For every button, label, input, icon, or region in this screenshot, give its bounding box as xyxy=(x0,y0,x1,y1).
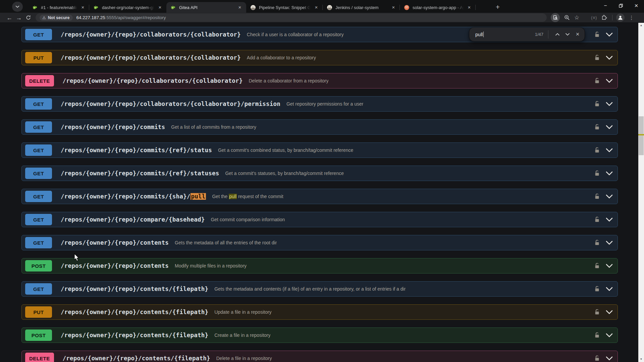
endpoint-row[interactable]: POST/repos/{owner}/{repo}/contents/{file… xyxy=(21,327,618,343)
expand-button[interactable] xyxy=(606,241,613,245)
tab-active[interactable]: Gitea API× xyxy=(166,2,246,13)
auth-lock-button[interactable] xyxy=(595,124,600,130)
auth-lock-button[interactable] xyxy=(595,217,600,223)
endpoint-row[interactable]: GET/repos/{owner}/{repo}/commits/{sha}/p… xyxy=(21,189,618,204)
auth-lock-button[interactable] xyxy=(595,78,600,84)
expand-button[interactable] xyxy=(606,310,613,314)
method-badge: POST xyxy=(25,260,52,272)
auth-lock-button[interactable] xyxy=(595,147,600,153)
tab[interactable]: dasher-org/solar-system-gitops× xyxy=(89,2,166,13)
method-badge: DELETE xyxy=(25,353,54,362)
tab-close-icon[interactable]: × xyxy=(157,4,163,10)
endpoint-row[interactable]: GET/repos/{owner}/{repo}/commits/{ref}/s… xyxy=(21,166,618,181)
tab[interactable]: Jenkins / solar-system× xyxy=(323,2,400,13)
window-controls: − × xyxy=(598,0,644,11)
endpoint-row[interactable]: DELETE/repos/{owner}/{repo}/contents/{fi… xyxy=(21,351,618,362)
auth-lock-button[interactable] xyxy=(595,170,600,176)
endpoint-row[interactable]: GET/repos/{owner}/{repo}/contents/{filep… xyxy=(21,281,618,297)
bookmark-star-icon[interactable]: ☆ xyxy=(574,14,579,21)
endpoint-path: /repos/{owner}/{repo}/commits/{ref}/stat… xyxy=(61,147,212,154)
auth-lock-button[interactable] xyxy=(595,309,600,315)
expand-button[interactable] xyxy=(606,125,613,129)
tab[interactable]: solar-system-argo-app - Applic× xyxy=(400,2,476,13)
auth-lock-button[interactable] xyxy=(595,32,600,38)
expand-button[interactable] xyxy=(606,148,613,153)
security-chip[interactable]: ⚠ Not secure xyxy=(40,15,73,21)
tab-close-icon[interactable]: × xyxy=(80,4,86,10)
text-caret xyxy=(483,32,484,37)
browser-menu-icon[interactable]: ⋮ xyxy=(629,15,634,21)
profile-avatar[interactable] xyxy=(616,13,625,22)
expand-button[interactable] xyxy=(606,56,613,60)
auth-lock-button[interactable] xyxy=(595,263,600,269)
scrollbar-thumb[interactable] xyxy=(639,116,644,155)
auth-lock-button[interactable] xyxy=(595,193,600,199)
expand-button[interactable] xyxy=(606,79,613,83)
reload-icon[interactable] xyxy=(23,13,33,22)
endpoint-description: Get a list of all commits from a reposit… xyxy=(171,124,256,130)
url-path: :5555/api/swagger#/repository xyxy=(105,15,166,20)
tab[interactable]: Pipeline Syntax: Snippet Genera× xyxy=(246,2,323,13)
tab-close-icon[interactable]: × xyxy=(390,4,396,10)
expand-button[interactable] xyxy=(606,194,613,199)
expand-button[interactable] xyxy=(606,171,613,176)
scroll-down-icon[interactable]: ▼ xyxy=(638,357,644,362)
endpoint-row[interactable]: POST/repos/{owner}/{repo}/contentsModify… xyxy=(21,258,618,274)
new-tab-button[interactable]: + xyxy=(493,3,502,12)
scroll-up-icon[interactable]: ▲ xyxy=(638,23,644,28)
endpoint-row[interactable]: GET/repos/{owner}/{repo}/compare/{basehe… xyxy=(21,212,618,227)
lock-open-icon xyxy=(595,309,600,315)
zoom-icon[interactable] xyxy=(564,15,570,20)
expand-button[interactable] xyxy=(606,287,613,291)
expand-button[interactable] xyxy=(606,333,613,338)
forward-icon[interactable]: → xyxy=(14,13,23,22)
tab-search-button[interactable] xyxy=(12,2,23,12)
endpoint-row[interactable]: PUT/repos/{owner}/{repo}/collaborators/{… xyxy=(21,50,618,65)
find-input[interactable]: pull xyxy=(475,32,483,37)
expand-button[interactable] xyxy=(606,33,613,37)
tab-close-icon[interactable]: × xyxy=(237,4,243,10)
endpoint-row[interactable]: GET/repos/{owner}/{repo}/commitsGet a li… xyxy=(21,119,618,135)
find-next-button[interactable] xyxy=(562,29,573,40)
find-in-page-indicator[interactable] xyxy=(551,13,560,22)
endpoint-path: /repos/{owner}/{repo}/collaborators/{col… xyxy=(61,54,241,61)
tab[interactable]: #1 - feature/enabling-cicd - jen× xyxy=(28,2,89,13)
auth-lock-button[interactable] xyxy=(595,55,600,61)
expand-button[interactable] xyxy=(606,218,613,222)
endpoint-path: /repos/{owner}/{repo}/contents xyxy=(61,262,169,269)
find-previous-button[interactable] xyxy=(552,29,562,40)
endpoint-row[interactable]: GET/repos/{owner}/{repo}/commits/{ref}/s… xyxy=(21,142,618,158)
toolbar-extra-icon[interactable]: (≡) xyxy=(591,15,597,20)
endpoint-row[interactable]: GET/repos/{owner}/{repo}/contentsGets th… xyxy=(21,235,618,250)
auth-lock-button[interactable] xyxy=(595,286,600,292)
auth-lock-button[interactable] xyxy=(595,332,600,338)
expand-button[interactable] xyxy=(606,356,613,361)
auth-lock-button[interactable] xyxy=(595,240,600,246)
extensions-puzzle-icon[interactable] xyxy=(601,15,607,20)
auth-lock-button[interactable] xyxy=(595,355,600,361)
minimize-button[interactable]: − xyxy=(598,0,613,11)
endpoint-row[interactable]: DELETE/repos/{owner}/{repo}/collaborator… xyxy=(21,73,618,88)
tab-close-icon[interactable]: × xyxy=(466,4,472,10)
endpoint-path: /repos/{owner}/{repo}/contents/{filepath… xyxy=(61,286,208,292)
endpoint-row[interactable]: GET/repos/{owner}/{repo}/collaborators/{… xyxy=(21,96,618,112)
address-bar[interactable]: ⚠ Not secure 64.227.187.25:5555/api/swag… xyxy=(36,13,547,22)
tab-title: Pipeline Syntax: Snippet Genera xyxy=(259,5,311,10)
expand-button[interactable] xyxy=(606,102,613,106)
page-scrollbar[interactable]: ▲ ▼ xyxy=(638,23,644,362)
tab-title: #1 - feature/enabling-cicd - jen xyxy=(41,5,77,10)
gitea-favicon-icon xyxy=(170,5,176,10)
close-window-button[interactable]: × xyxy=(629,0,644,11)
expand-button[interactable] xyxy=(606,264,613,268)
reload-glyph-icon xyxy=(25,15,31,20)
tab-title: dasher-org/solar-system-gitops xyxy=(102,5,154,10)
endpoint-description: Update a file in a repository xyxy=(214,309,271,315)
endpoint-row[interactable]: PUT/repos/{owner}/{repo}/contents/{filep… xyxy=(21,304,618,320)
restore-button[interactable] xyxy=(613,0,629,11)
find-close-button[interactable]: × xyxy=(573,29,583,40)
security-label: Not secure xyxy=(48,15,70,20)
auth-lock-button[interactable] xyxy=(595,101,600,107)
method-badge: GET xyxy=(25,98,52,110)
back-icon[interactable]: ← xyxy=(5,13,14,22)
tab-close-icon[interactable]: × xyxy=(313,4,319,10)
